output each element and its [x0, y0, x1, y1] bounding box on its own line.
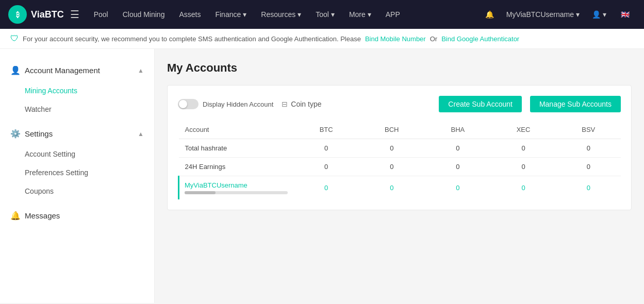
user-avatar-button[interactable]: 👤 ▾ [586, 0, 613, 29]
top-navigation: ₿ ViaBTC ☰ Pool Cloud Mining Assets Fina… [0, 0, 644, 29]
user-account-link[interactable]: MyViaBTCUsername [185, 181, 247, 189]
accounts-table: Account BTC BCH BHA XEC BSV Total hashra… [178, 121, 621, 199]
display-hidden-toggle[interactable]: Display Hidden Account [178, 99, 273, 109]
earnings-btc: 0 [294, 158, 358, 176]
chevron-down-icon: ▾ [298, 10, 301, 19]
logo[interactable]: ₿ ViaBTC [8, 5, 64, 24]
col-header-bha: BHA [425, 121, 490, 139]
user-account-cell: MyViaBTCUsername [179, 176, 294, 200]
bind-mobile-link[interactable]: Bind Mobile Number [365, 35, 426, 43]
gear-icon: ⚙️ [10, 129, 21, 139]
logo-text: ViaBTC [31, 9, 64, 20]
user-btc: 0 [294, 176, 358, 200]
chevron-up-icon: ▲ [138, 67, 144, 74]
create-sub-account-button[interactable]: Create Sub Account [439, 96, 522, 112]
total-hashrate-bsv: 0 [556, 139, 621, 158]
nav-item-more[interactable]: More ▾ [343, 0, 377, 29]
chevron-down-icon: ▾ [368, 10, 371, 19]
nav-item-finance[interactable]: Finance ▾ [209, 0, 253, 29]
bell-icon: 🔔 [10, 211, 21, 221]
user-bsv: 0 [556, 176, 621, 200]
main-content: My Accounts Display Hidden Account ⊟ Coi… [155, 49, 644, 303]
total-hashrate-btc: 0 [294, 139, 358, 158]
nav-right-area: 🔔 MyViaBTCUsername ▾ 👤 ▾ 🇬🇧 [479, 0, 636, 29]
shield-icon: 🛡 [10, 34, 19, 43]
col-header-xec: XEC [490, 121, 556, 139]
sidebar-item-account-setting[interactable]: Account Setting [0, 145, 154, 163]
sidebar-section-header-messages[interactable]: 🔔 Messages [0, 205, 154, 227]
nav-item-resources[interactable]: Resources ▾ [255, 0, 307, 29]
table-row: MyViaBTCUsername 0 0 0 [179, 176, 621, 200]
nav-item-pool[interactable]: Pool [88, 0, 114, 29]
nav-item-tool[interactable]: Tool ▾ [309, 0, 341, 29]
scrollbar-thumb [185, 191, 216, 194]
table-header-row: Account BTC BCH BHA XEC BSV [179, 121, 621, 139]
user-xec: 0 [490, 176, 556, 200]
nav-item-assets[interactable]: Assets [173, 0, 207, 29]
scrollbar[interactable] [185, 191, 288, 194]
sidebar-section-messages: 🔔 Messages [0, 205, 154, 227]
col-header-account: Account [179, 121, 294, 139]
username-dropdown[interactable]: MyViaBTCUsername ▾ [502, 10, 584, 19]
page-layout: 👤 Account Management ▲ Mining Accounts W… [0, 49, 644, 303]
bind-google-auth-link[interactable]: Bind Google Authenticator [441, 35, 519, 43]
total-hashrate-xec: 0 [490, 139, 556, 158]
user-bch: 0 [358, 176, 425, 200]
coin-type-label: Coin type [291, 100, 321, 108]
sidebar-item-preferences-setting[interactable]: Preferences Setting [0, 163, 154, 182]
earnings-bch: 0 [358, 158, 425, 176]
chevron-down-icon: ▾ [603, 10, 606, 19]
manage-sub-accounts-button[interactable]: Manage Sub Accounts [530, 96, 621, 112]
logo-icon: ₿ [8, 5, 27, 24]
filter-icon: ⊟ [282, 100, 288, 108]
table-row: 24H Earnings 0 0 0 0 0 [179, 158, 621, 176]
accounts-card: Display Hidden Account ⊟ Coin type Creat… [167, 85, 632, 210]
earnings-bsv: 0 [556, 158, 621, 176]
bell-icon: 🔔 [485, 10, 494, 19]
sidebar-item-mining-accounts[interactable]: Mining Accounts [0, 81, 154, 100]
chevron-up-icon: ▲ [138, 130, 144, 138]
nav-item-cloud-mining[interactable]: Cloud Mining [117, 0, 171, 29]
user-icon: 👤 [592, 10, 601, 19]
table-row: Total hashrate 0 0 0 0 0 [179, 139, 621, 158]
sidebar-item-watcher[interactable]: Watcher [0, 100, 154, 119]
chevron-down-icon: ▾ [243, 10, 246, 19]
language-selector[interactable]: 🇬🇧 [615, 0, 636, 29]
earnings-bha: 0 [425, 158, 490, 176]
user-bha: 0 [425, 176, 490, 200]
sidebar-section-account-management: 👤 Account Management ▲ Mining Accounts W… [0, 59, 154, 119]
col-header-btc: BTC [294, 121, 358, 139]
sidebar: 👤 Account Management ▲ Mining Accounts W… [0, 49, 155, 303]
sidebar-section-header-settings[interactable]: ⚙️ Settings ▲ [0, 123, 154, 145]
total-hashrate-bha: 0 [425, 139, 490, 158]
person-icon: 👤 [10, 65, 21, 75]
total-hashrate-bch: 0 [358, 139, 425, 158]
security-banner: 🛡 For your account security, we recommen… [0, 29, 644, 49]
sidebar-section-header-account[interactable]: 👤 Account Management ▲ [0, 59, 154, 81]
hamburger-icon[interactable]: ☰ [70, 8, 79, 21]
coin-type-filter[interactable]: ⊟ Coin type [282, 100, 321, 108]
earnings-label: 24H Earnings [179, 158, 294, 176]
display-hidden-label: Display Hidden Account [203, 100, 273, 108]
col-header-bch: BCH [358, 121, 425, 139]
flag-icon: 🇬🇧 [621, 10, 630, 19]
sidebar-item-coupons[interactable]: Coupons [0, 182, 154, 200]
nav-item-app[interactable]: APP [379, 0, 406, 29]
toggle-thumb [179, 100, 187, 108]
page-title: My Accounts [167, 61, 632, 75]
chevron-down-icon: ▾ [331, 10, 335, 19]
bell-button[interactable]: 🔔 [479, 0, 500, 29]
accounts-toolbar: Display Hidden Account ⊟ Coin type Creat… [178, 96, 621, 112]
chevron-down-icon: ▾ [576, 10, 580, 19]
total-hashrate-label: Total hashrate [179, 139, 294, 158]
earnings-xec: 0 [490, 158, 556, 176]
col-header-bsv: BSV [556, 121, 621, 139]
toggle-track[interactable] [178, 99, 199, 109]
sidebar-section-settings: ⚙️ Settings ▲ Account Setting Preference… [0, 123, 154, 200]
